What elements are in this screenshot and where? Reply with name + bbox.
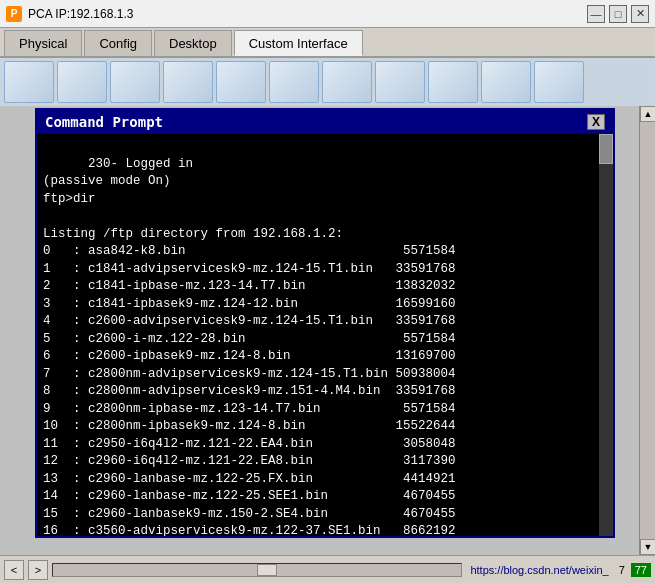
page-num-1: 7 [617,564,627,576]
page-num-2: 77 [631,563,651,577]
bottom-scrollbar[interactable] [52,563,462,577]
window-title: PCA IP:192.168.1.3 [28,7,133,21]
cmd-title-text: Command Prompt [45,114,163,130]
toolbar-item-4[interactable] [163,61,213,103]
back-button[interactable]: < [4,560,24,580]
tab-config[interactable]: Config [84,30,152,56]
scroll-track [640,122,655,539]
right-scrollbar[interactable]: ▲ ▼ [639,106,655,555]
toolbar-item-6[interactable] [269,61,319,103]
app-window: P PCA IP:192.168.1.3 — □ ✕ Physical Conf… [0,0,655,583]
cmd-scrollbar[interactable] [599,134,613,536]
toolbar-item-2[interactable] [57,61,107,103]
maximize-button[interactable]: □ [609,5,627,23]
toolbar-item-5[interactable] [216,61,266,103]
toolbar-item-9[interactable] [428,61,478,103]
toolbar-item-1[interactable] [4,61,54,103]
toolbar-item-8[interactable] [375,61,425,103]
command-prompt-window: Command Prompt X 230- Logged in (passive… [35,108,615,538]
toolbar-item-11[interactable] [534,61,584,103]
cmd-close-button[interactable]: X [587,114,605,130]
tab-physical[interactable]: Physical [4,30,82,56]
scroll-down-button[interactable]: ▼ [640,539,655,555]
toolbar-item-3[interactable] [110,61,160,103]
cmd-title-bar: Command Prompt X [37,110,613,134]
tab-bar: Physical Config Desktop Custom Interface [0,28,655,58]
cmd-body[interactable]: 230- Logged in (passive mode On) ftp>dir… [37,134,613,536]
app-icon: P [6,6,22,22]
scroll-up-button[interactable]: ▲ [640,106,655,122]
tab-desktop[interactable]: Desktop [154,30,232,56]
status-url: https://blog.csdn.net/weixin_ [466,564,612,576]
toolbar-item-7[interactable] [322,61,372,103]
title-bar: P PCA IP:192.168.1.3 — □ ✕ [0,0,655,28]
tab-custom-interface[interactable]: Custom Interface [234,30,363,56]
forward-button[interactable]: > [28,560,48,580]
window-controls: — □ ✕ [587,5,649,23]
cmd-content: 230- Logged in (passive mode On) ftp>dir… [43,157,456,537]
title-bar-left: P PCA IP:192.168.1.3 [6,6,133,22]
bottom-bar: < > https://blog.csdn.net/weixin_ 7 77 [0,555,655,583]
toolbar [0,58,655,106]
minimize-button[interactable]: — [587,5,605,23]
cmd-scroll-thumb[interactable] [599,134,613,164]
toolbar-item-10[interactable] [481,61,531,103]
bottom-scroll-thumb[interactable] [257,564,277,576]
close-button[interactable]: ✕ [631,5,649,23]
